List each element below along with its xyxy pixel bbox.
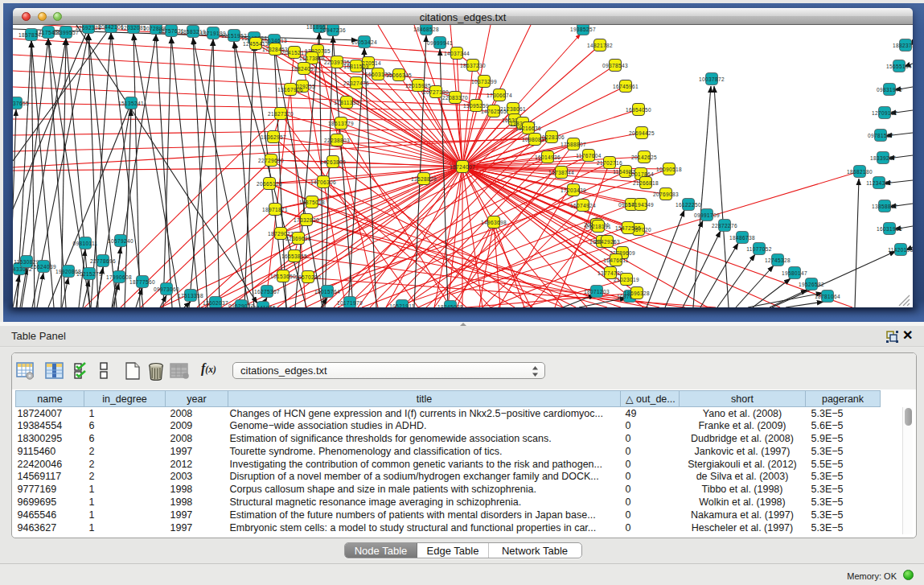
- svg-text:22369628: 22369628: [285, 236, 311, 241]
- svg-text:11077052: 11077052: [746, 246, 772, 252]
- svg-text:11767604: 11767604: [576, 153, 602, 159]
- svg-text:14738744: 14738744: [548, 170, 574, 175]
- svg-text:10037872: 10037872: [699, 76, 725, 82]
- svg-text:17306674: 17306674: [487, 93, 512, 98]
- svg-text:10570280: 10570280: [295, 274, 321, 280]
- svg-text:09781527: 09781527: [868, 133, 893, 138]
- svg-text:18399557: 18399557: [53, 30, 79, 35]
- svg-text:14821782: 14821782: [587, 43, 613, 48]
- svg-text:13037655: 13037655: [13, 101, 29, 106]
- svg-text:15135241: 15135241: [118, 101, 144, 106]
- svg-text:18071203: 18071203: [584, 289, 610, 295]
- svg-text:18637230: 18637230: [460, 63, 486, 68]
- svg-text:13774720: 13774720: [598, 270, 623, 276]
- svg-text:10171979: 10171979: [337, 300, 363, 306]
- svg-text:21827370: 21827370: [268, 111, 294, 117]
- svg-text:14194349: 14194349: [628, 202, 654, 208]
- svg-text:12602037: 12602037: [203, 300, 228, 306]
- svg-text:20429263: 20429263: [594, 239, 620, 245]
- svg-text:19526582: 19526582: [799, 282, 824, 287]
- svg-text:20769083: 20769083: [653, 192, 679, 197]
- svg-text:18777560: 18777560: [129, 279, 155, 285]
- svg-text:16031986: 16031986: [877, 226, 902, 232]
- svg-text:13528829: 13528829: [411, 176, 437, 182]
- svg-text:09378543: 09378543: [602, 63, 628, 68]
- svg-text:16954050: 16954050: [626, 107, 651, 113]
- svg-text:18824097: 18824097: [291, 66, 317, 72]
- svg-text:22778696: 22778696: [90, 258, 116, 264]
- svg-text:10153650: 10153650: [270, 274, 296, 279]
- svg-text:15624039: 15624039: [31, 264, 56, 270]
- svg-text:16653855: 16653855: [281, 253, 307, 259]
- svg-text:18486738: 18486738: [729, 235, 755, 241]
- svg-text:22729690: 22729690: [258, 158, 284, 163]
- svg-text:18613779: 18613779: [328, 121, 354, 126]
- svg-text:20727180: 20727180: [423, 89, 449, 95]
- svg-text:16476611: 16476611: [603, 257, 629, 263]
- svg-text:21702716: 21702716: [597, 160, 622, 166]
- svg-text:18339287: 18339287: [870, 155, 896, 161]
- svg-text:10373299: 10373299: [471, 79, 497, 84]
- svg-text:20947236: 20947236: [320, 27, 346, 33]
- svg-text:22327476: 22327476: [343, 80, 369, 86]
- svg-text:18682180: 18682180: [847, 169, 873, 175]
- svg-text:16015764: 16015764: [314, 289, 340, 295]
- svg-text:18823754: 18823754: [893, 43, 913, 48]
- svg-text:13858837: 13858837: [872, 204, 897, 209]
- svg-text:21238061: 21238061: [500, 106, 526, 112]
- svg-text:12709137: 12709137: [872, 110, 897, 116]
- svg-text:10215279: 10215279: [76, 271, 102, 277]
- svg-text:10053424: 10053424: [351, 39, 377, 45]
- svg-text:09810111: 09810111: [72, 241, 97, 246]
- svg-text:10441955: 10441955: [250, 305, 276, 308]
- svg-text:18781064: 18781064: [815, 294, 840, 299]
- svg-text:14963698: 14963698: [481, 220, 507, 225]
- svg-text:17811335: 17811335: [334, 100, 359, 105]
- svg-text:14706306: 14706306: [310, 179, 336, 185]
- svg-text:16074924: 16074924: [570, 203, 596, 208]
- svg-text:19216636: 19216636: [515, 126, 541, 131]
- svg-text:16014936: 16014936: [535, 154, 561, 160]
- svg-text:17203439: 17203439: [561, 187, 586, 193]
- svg-text:17332820: 17332820: [294, 217, 319, 223]
- svg-text:22872276: 22872276: [712, 223, 737, 229]
- svg-text:13095259: 13095259: [463, 103, 489, 109]
- svg-text:15655194: 15655194: [886, 64, 912, 69]
- svg-text:19385257: 19385257: [570, 27, 596, 32]
- svg-text:17588807: 17588807: [561, 142, 586, 147]
- svg-text:20142625: 20142625: [631, 154, 657, 160]
- svg-text:21023019: 21023019: [614, 277, 639, 282]
- svg-text:14875018: 14875018: [299, 200, 325, 205]
- svg-text:16275367: 16275367: [254, 289, 280, 295]
- svg-text:21266818: 21266818: [633, 180, 659, 186]
- svg-text:16745961: 16745961: [613, 84, 639, 89]
- svg-text:17513358: 17513358: [178, 293, 203, 299]
- svg-text:18245038: 18245038: [437, 304, 463, 308]
- svg-text:12015985: 12015985: [405, 83, 431, 89]
- svg-text:11234302: 11234302: [866, 180, 892, 186]
- svg-text:14037344: 14037344: [444, 51, 470, 56]
- svg-text:10980815: 10980815: [522, 137, 548, 142]
- svg-text:18971871: 18971871: [262, 207, 288, 212]
- svg-text:14263809: 14263809: [320, 159, 346, 165]
- svg-text:19580147: 19580147: [782, 270, 807, 276]
- svg-text:09991709: 09991709: [694, 212, 720, 218]
- svg-text:20218131: 20218131: [585, 224, 611, 229]
- svg-text:16811503: 16811503: [343, 64, 369, 69]
- svg-text:15066345: 15066345: [386, 72, 412, 78]
- svg-text:13167906: 13167906: [277, 87, 303, 93]
- svg-text:20665120: 20665120: [257, 181, 282, 187]
- svg-text:10521911: 10521911: [389, 303, 415, 308]
- svg-text:09831970: 09831970: [877, 87, 902, 93]
- svg-text:20694425: 20694425: [629, 130, 655, 136]
- svg-text:10090518: 10090518: [656, 167, 682, 172]
- svg-text:09973060: 09973060: [154, 286, 179, 292]
- svg-text:15472506: 15472506: [615, 225, 641, 231]
- svg-text:10579240: 10579240: [108, 238, 133, 244]
- svg-text:11420198: 11420198: [888, 247, 913, 253]
- svg-text:18724007: 18724007: [450, 164, 475, 170]
- svg-text:10017864: 10017864: [628, 171, 654, 177]
- svg-text:16173808: 16173808: [299, 56, 325, 61]
- svg-text:20415217: 20415217: [281, 50, 307, 56]
- svg-text:12745328: 12745328: [765, 257, 791, 263]
